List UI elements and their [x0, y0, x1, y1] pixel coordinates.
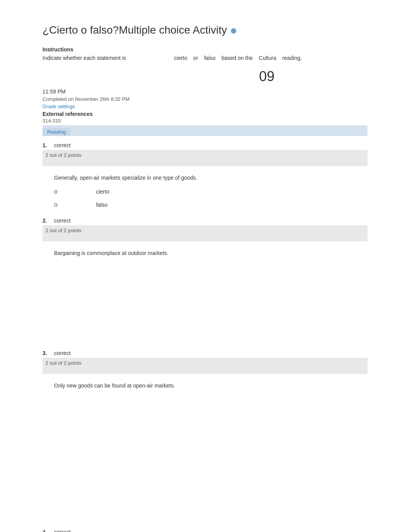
answer-cierto-label: cierto	[96, 189, 109, 195]
question-1-number: 1.	[42, 142, 54, 148]
question-1-status: correct	[54, 142, 71, 148]
question-4-header: 4. correct	[42, 529, 368, 532]
activity-title: ¿Cierto o falso?Multiple choice Activity	[42, 23, 368, 37]
instructions-label: Instructions	[42, 46, 368, 53]
question-4-status: correct	[54, 529, 71, 532]
question-2-header: 2. correct	[42, 218, 368, 224]
instruction-reading: reading.	[282, 55, 302, 61]
instruction-cierto: cierto	[174, 55, 187, 61]
answer-falso-label: falso	[96, 202, 108, 208]
question-2-block: 2. correct 2 out of 2 points Bargaining …	[42, 218, 368, 341]
title-text: ¿Cierto o falso?Multiple choice Activity	[42, 24, 227, 36]
question-4-block: 4. correct	[42, 529, 368, 532]
metadata-section: 11:59 PM Completed on November 26th 8:32…	[42, 88, 368, 125]
question-3-number: 3.	[42, 350, 54, 356]
question-3-score: 2 out of 2 points	[46, 360, 81, 366]
completed-text: Completed on November 26th 8:32 PM	[42, 96, 129, 102]
question-1-option-falso[interactable]: o falso	[54, 201, 368, 208]
questions-section: 1. correct 2 out of 2 points Generally, …	[42, 142, 368, 532]
question-3-text: Only new goods can be found at open-air …	[54, 382, 368, 390]
reading-tab[interactable]: Reading	[42, 128, 70, 136]
radio-cierto-icon: o	[54, 188, 58, 195]
question-1-block: 1. correct 2 out of 2 points Generally, …	[42, 142, 368, 208]
question-1-header: 1. correct	[42, 142, 368, 148]
tab-bar: Reading	[42, 125, 368, 136]
question-2-score-bar: 2 out of 2 points	[42, 225, 368, 241]
question-3-score-bar: 2 out of 2 points	[42, 358, 368, 374]
question-3-block: 3. correct 2 out of 2 points Only new go…	[42, 350, 368, 520]
page-numbers: 314-315	[42, 118, 61, 124]
external-references-label: External references	[42, 111, 93, 117]
instructions-main-text: Indicate whether each statement is	[42, 55, 126, 61]
question-2-number: 2.	[42, 218, 54, 224]
question-2-text: Bargaining is commonplace at outdoor mar…	[54, 249, 368, 257]
instruction-based-on: based on the	[222, 55, 253, 61]
question-2-status: correct	[54, 218, 71, 224]
score-display: 09	[166, 68, 368, 85]
question-3-answer-space	[42, 396, 368, 473]
instruction-falso: falso	[204, 55, 216, 61]
title-dot-icon	[231, 28, 236, 34]
question-1-score-bar: 2 out of 2 points	[42, 150, 368, 166]
question-1-text: Generally, open-air markets specialize i…	[54, 174, 368, 182]
question-3-extra-space	[42, 473, 368, 520]
question-3-status: correct	[54, 350, 71, 356]
question-2-score: 2 out of 2 points	[46, 228, 81, 233]
radio-falso-icon: o	[54, 201, 58, 208]
instructions-section: Instructions Indicate whether each state…	[42, 46, 368, 62]
question-1-score: 2 out of 2 points	[46, 152, 81, 158]
question-1-option-cierto[interactable]: o cierto	[54, 188, 368, 195]
question-2-answer-space	[42, 263, 368, 341]
instruction-cultura: Cultura	[259, 55, 276, 61]
question-3-header: 3. correct	[42, 350, 368, 356]
grade-settings-link[interactable]: Grade settings	[42, 104, 75, 109]
time-due: 11:59 PM	[42, 88, 66, 95]
question-4-number: 4.	[42, 529, 54, 532]
instruction-or: or	[193, 55, 198, 61]
instructions-text: Indicate whether each statement is ciert…	[42, 54, 368, 62]
